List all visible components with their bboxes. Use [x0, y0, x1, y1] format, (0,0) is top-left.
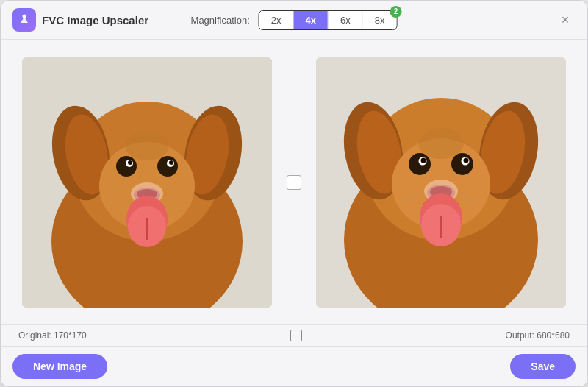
mag-btn-4x[interactable]: 4x [294, 11, 329, 29]
divider [287, 175, 301, 190]
footer: New Image Save [1, 347, 587, 386]
output-size-label: Output: 680*680 [506, 330, 570, 341]
magnification-section: Magnification: 2 2x 4x 6x 8x [191, 10, 398, 30]
svg-point-34 [421, 157, 426, 163]
svg-point-10 [157, 156, 178, 177]
save-button[interactable]: Save [510, 354, 576, 379]
original-size-label: Original: 170*170 [18, 330, 87, 341]
info-bar: Original: 170*170 Output: 680*680 [1, 324, 587, 347]
main-content [1, 40, 587, 324]
mag-btn-6x[interactable]: 6x [329, 11, 363, 29]
svg-point-9 [116, 156, 137, 177]
badge: 2 [390, 6, 401, 18]
app-window: FVC Image Upscaler Magnification: 2 2x 4… [0, 0, 588, 387]
close-button[interactable]: × [555, 10, 576, 30]
output-image-panel [316, 57, 566, 308]
app-icon [12, 8, 36, 32]
svg-point-21 [125, 131, 169, 160]
svg-point-31 [451, 153, 473, 175]
svg-point-42 [418, 128, 464, 159]
original-dog-image [22, 57, 272, 308]
magnification-controls: 2x 4x 6x 8x [259, 10, 398, 30]
svg-point-35 [464, 157, 469, 163]
app-title: FVC Image Upscaler [42, 14, 148, 26]
output-dog-image [316, 57, 566, 308]
magnification-label: Magnification: [191, 15, 250, 26]
title-bar: FVC Image Upscaler Magnification: 2 2x 4… [1, 1, 587, 40]
svg-point-14 [169, 160, 173, 165]
divider-icon [287, 175, 301, 190]
mag-btn-2x[interactable]: 2x [259, 11, 294, 29]
svg-point-30 [409, 153, 431, 175]
original-image-panel [22, 57, 272, 308]
svg-point-13 [128, 160, 132, 165]
compare-icon [290, 330, 302, 341]
new-image-button[interactable]: New Image [12, 354, 107, 379]
magnification-wrapper: 2 2x 4x 6x 8x [259, 10, 398, 30]
svg-point-0 [23, 15, 26, 18]
title-left: FVC Image Upscaler [12, 8, 148, 32]
